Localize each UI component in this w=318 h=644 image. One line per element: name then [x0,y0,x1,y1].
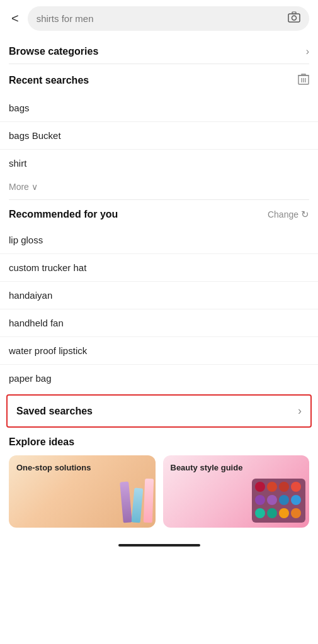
more-chevron: ∨ [31,182,38,192]
search-bar[interactable] [28,6,309,31]
browse-categories-row[interactable]: Browse categories › [0,37,318,64]
palette-color-dot [267,495,277,505]
change-label: Change [268,209,298,219]
recommended-item[interactable]: paper bag [0,365,318,392]
recommended-label: Recommended for you [9,209,118,220]
back-button[interactable]: < [9,9,21,28]
recommended-item[interactable]: custom trucker hat [0,254,318,282]
recommended-list: lip gloss custom trucker hat handaiyan h… [0,226,318,392]
recommended-item[interactable]: lip gloss [0,226,318,254]
refresh-icon: ↻ [301,209,309,220]
palette-color-dot [255,495,265,505]
palette-color-dot [291,495,301,505]
camera-icon[interactable] [288,11,300,26]
recommended-item[interactable]: water proof lipstick [0,337,318,365]
palette-color-dot [279,508,289,518]
explore-title: Explore ideas [9,436,309,448]
more-button[interactable]: More ∨ [0,177,318,199]
explore-section: Explore ideas One-stop solutions Beauty … [0,430,318,528]
palette-color-dot [291,508,301,518]
explore-cards: One-stop solutions Beauty style guide [9,455,309,528]
palette-icon [252,479,305,523]
tube-icon [143,479,153,523]
trash-icon[interactable] [298,73,309,88]
home-indicator [118,544,200,547]
recent-search-item[interactable]: bags [0,94,318,122]
explore-card-1[interactable]: One-stop solutions [9,455,156,528]
card-decoration [105,471,156,528]
tube-icon [131,487,143,523]
palette-color-dot [255,482,265,492]
recommended-header: Recommended for you Change ↻ [0,200,318,226]
saved-searches-row[interactable]: Saved searches › [6,394,312,428]
palette-color-dot [255,508,265,518]
svg-point-1 [292,16,297,20]
recommended-item[interactable]: handheld fan [0,309,318,337]
explore-card-1-label: One-stop solutions [16,463,91,474]
recent-searches-header: Recent searches [0,64,318,94]
more-label: More [9,182,29,192]
browse-categories-label: Browse categories [9,46,98,57]
top-bar: < [0,0,318,37]
recent-searches-label: Recent searches [9,75,89,86]
palette-color-dot [279,482,289,492]
saved-searches-label: Saved searches [16,406,93,417]
svg-rect-0 [288,14,300,22]
explore-card-2-label: Beauty style guide [171,463,243,474]
explore-card-2[interactable]: Beauty style guide [163,455,310,528]
saved-searches-chevron: › [298,404,302,418]
recent-search-item[interactable]: bags Bucket [0,122,318,150]
change-button[interactable]: Change ↻ [268,209,309,220]
recommended-item[interactable]: handaiyan [0,282,318,309]
recent-searches-list: bags bags Bucket shirt [0,94,318,177]
tube-icon [120,482,132,523]
bottom-bar [0,539,318,549]
browse-categories-chevron: › [306,46,309,57]
palette-color-dot [267,508,277,518]
palette-color-dot [291,482,301,492]
svg-rect-2 [292,12,296,14]
recent-search-item[interactable]: shirt [0,150,318,177]
search-input[interactable] [37,13,283,24]
palette-color-dot [279,495,289,505]
palette-color-dot [267,482,277,492]
